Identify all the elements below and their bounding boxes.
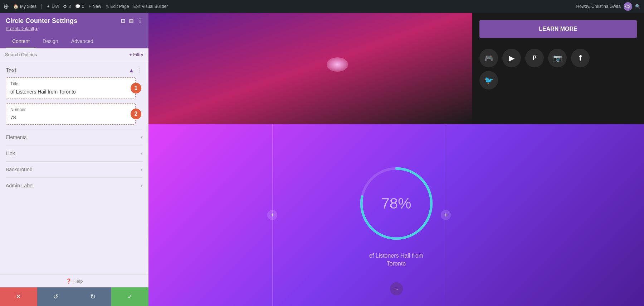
search-bar: + Filter bbox=[0, 48, 148, 61]
patreon-icon[interactable]: P bbox=[525, 49, 544, 67]
panel-title-icons: ⊡ ⊟ ⋮ bbox=[121, 18, 143, 24]
redo-button[interactable]: ↻ bbox=[74, 287, 112, 306]
background-arrow-icon: ▾ bbox=[141, 167, 143, 172]
link-section: Link ▾ bbox=[6, 145, 143, 161]
filter-button[interactable]: + Filter bbox=[129, 52, 143, 57]
panel-tabs: Content Design Advanced bbox=[0, 35, 148, 48]
facebook-icon[interactable]: f bbox=[571, 49, 590, 67]
more-options-icon[interactable]: ⋮ bbox=[137, 18, 143, 24]
tab-design[interactable]: Design bbox=[36, 35, 65, 48]
instagram-icon[interactable]: 📷 bbox=[548, 49, 567, 67]
more-text-icon[interactable]: ⋮ bbox=[137, 67, 143, 74]
social-row-1: 🎮 ▶ P 📷 f bbox=[479, 49, 637, 67]
preset-selector[interactable]: Preset: Default ▾ bbox=[6, 26, 143, 31]
plus-icon: + bbox=[89, 4, 91, 9]
settings-panel: Circle Counter Settings ⊡ ⊟ ⋮ Preset: De… bbox=[0, 13, 148, 306]
tab-content[interactable]: Content bbox=[6, 35, 36, 48]
new-link[interactable]: + New bbox=[89, 4, 101, 9]
elements-section: Elements ▾ bbox=[6, 129, 143, 145]
elements-label: Elements bbox=[6, 134, 26, 140]
bottom-buttons: ✕ ↺ ↻ ✓ bbox=[0, 287, 148, 306]
twitter-icon[interactable]: 🐦 bbox=[479, 71, 498, 90]
three-dots-button[interactable]: ··· bbox=[390, 282, 403, 295]
user-greeting: Howdy, Christina Gwira bbox=[576, 4, 621, 9]
youtube-icon[interactable]: ▶ bbox=[502, 49, 521, 67]
col-add-btn-1[interactable]: + bbox=[267, 210, 277, 220]
exit-builder-link[interactable]: Exit Visual Builder bbox=[133, 4, 168, 9]
panel-content: Text ▲ ⋮ Title 1 Number bbox=[0, 61, 148, 274]
wp-logo[interactable]: ⊕ bbox=[4, 3, 9, 10]
title-field-group: Title bbox=[6, 77, 136, 99]
save-icon: ✓ bbox=[127, 293, 133, 301]
admin-label-label: Admin Label bbox=[6, 183, 34, 188]
redo-icon: ↻ bbox=[90, 293, 96, 301]
save-button[interactable]: ✓ bbox=[111, 287, 148, 306]
preview-top-section: LEARN MORE 🎮 ▶ P 📷 f 🐦 bbox=[148, 13, 644, 124]
elements-section-header[interactable]: Elements ▾ bbox=[6, 134, 143, 140]
focus-mode-icon[interactable]: ⊡ bbox=[121, 18, 125, 24]
link-label: Link bbox=[6, 150, 15, 156]
text-section-title: Text bbox=[6, 67, 16, 74]
link-arrow-icon: ▾ bbox=[141, 151, 143, 156]
preview-image-area bbox=[148, 13, 472, 124]
search-icon[interactable]: 🔍 bbox=[635, 4, 640, 9]
divi-icon: ✦ bbox=[47, 4, 50, 9]
top-right-section: LEARN MORE 🎮 ▶ P 📷 f 🐦 bbox=[472, 13, 644, 124]
divi-link[interactable]: ✦ Divi bbox=[47, 4, 59, 9]
preview-image bbox=[148, 13, 472, 124]
panel-header: Circle Counter Settings ⊡ ⊟ ⋮ Preset: De… bbox=[0, 13, 148, 35]
image-light-effect bbox=[327, 57, 348, 72]
edit-page-link[interactable]: ✎ Edit Page bbox=[106, 4, 129, 9]
link-section-header[interactable]: Link ▾ bbox=[6, 150, 143, 156]
number-field-group: Number bbox=[6, 103, 136, 125]
undo-icon: ↺ bbox=[53, 293, 58, 301]
undo-button[interactable]: ↺ bbox=[37, 287, 74, 306]
text-section-header: Text ▲ ⋮ bbox=[6, 67, 143, 74]
my-sites-link[interactable]: 🏠 My Sites bbox=[13, 4, 36, 9]
help-button[interactable]: ❓ Help bbox=[66, 278, 83, 284]
title-input[interactable] bbox=[10, 89, 131, 95]
circle-counter: 78% of Listeners Hail from Toronto bbox=[355, 162, 438, 268]
elements-arrow-icon: ▾ bbox=[141, 135, 143, 140]
background-section: Background ▾ bbox=[6, 161, 143, 177]
number-input[interactable] bbox=[10, 115, 131, 120]
title-field-label: Title bbox=[10, 81, 131, 86]
search-input[interactable] bbox=[5, 52, 126, 57]
background-section-header[interactable]: Background ▾ bbox=[6, 167, 143, 172]
circle-percentage-text: 78% bbox=[381, 195, 411, 212]
panel-title-text: Circle Counter Settings bbox=[6, 17, 77, 25]
learn-more-button[interactable]: LEARN MORE bbox=[479, 20, 637, 38]
circle-label: of Listeners Hail from Toronto bbox=[369, 252, 423, 268]
number-badge: 2 bbox=[131, 109, 141, 119]
tab-advanced[interactable]: Advanced bbox=[65, 35, 100, 48]
title-badge: 1 bbox=[131, 83, 141, 94]
preview-area: LEARN MORE 🎮 ▶ P 📷 f 🐦 bbox=[148, 13, 644, 306]
updates-link[interactable]: ♻ 3 bbox=[63, 4, 71, 9]
split-mode-icon[interactable]: ⊟ bbox=[129, 18, 133, 24]
circle-svg-wrapper: 78% bbox=[355, 162, 438, 245]
preview-main-section: + + 78% of Listeners Hail bbox=[148, 124, 644, 306]
comments-link[interactable]: 💬 0 bbox=[75, 4, 84, 9]
topbar-right: Howdy, Christina Gwira CG 🔍 bbox=[576, 2, 640, 11]
panel-title-row: Circle Counter Settings ⊡ ⊟ ⋮ bbox=[6, 17, 143, 25]
social-row-2: 🐦 bbox=[479, 71, 637, 90]
edit-icon: ✎ bbox=[106, 4, 109, 9]
wordpress-topbar: ⊕ 🏠 My Sites | ✦ Divi ♻ 3 💬 0 + New ✎ Ed… bbox=[0, 0, 644, 13]
twitch-icon[interactable]: 🎮 bbox=[479, 49, 498, 67]
admin-label-arrow-icon: ▾ bbox=[141, 183, 143, 188]
collapse-text-icon[interactable]: ▲ bbox=[128, 67, 134, 74]
admin-label-section: Admin Label ▾ bbox=[6, 177, 143, 193]
comment-icon: 💬 bbox=[75, 4, 80, 9]
col-add-btn-2[interactable]: + bbox=[441, 210, 451, 220]
number-field-label: Number bbox=[10, 107, 131, 112]
help-icon: ❓ bbox=[66, 278, 72, 284]
cancel-button[interactable]: ✕ bbox=[0, 287, 37, 306]
panel-footer: ❓ Help bbox=[0, 274, 148, 287]
house-icon: 🏠 bbox=[13, 4, 19, 9]
section-controls: ▲ ⋮ bbox=[128, 67, 143, 74]
main-area: Circle Counter Settings ⊡ ⊟ ⋮ Preset: De… bbox=[0, 13, 644, 306]
background-label: Background bbox=[6, 167, 33, 172]
update-icon: ♻ bbox=[63, 4, 67, 9]
admin-label-section-header[interactable]: Admin Label ▾ bbox=[6, 183, 143, 188]
avatar[interactable]: CG bbox=[624, 2, 632, 11]
